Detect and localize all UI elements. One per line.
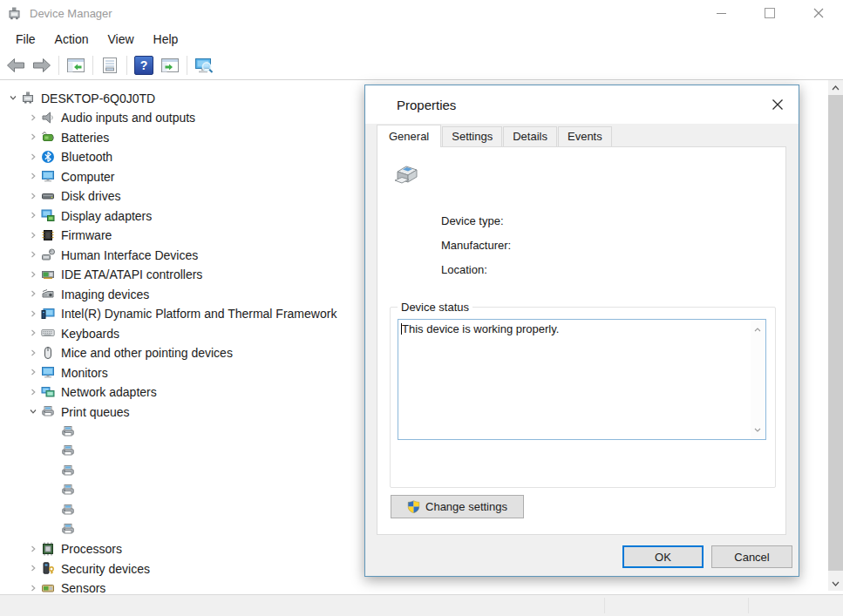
processor-icon [41,542,56,556]
expand-chevron-icon[interactable] [25,130,41,144]
bluetooth-icon [41,150,56,164]
expand-chevron-icon[interactable] [25,228,41,242]
toolbar-separator [58,56,59,75]
tab-events[interactable]: Events [558,126,612,146]
security-icon [41,561,56,575]
show-console-tree-icon [66,57,85,74]
battery-icon [41,130,56,144]
chevron-spacer [45,464,61,477]
mouse-icon [41,346,56,360]
tree-item-sensors[interactable]: Sensors [0,579,827,595]
tree-item-label: IDE ATA/ATAPI controllers [61,267,202,281]
tree-item-label: Network adapters [61,384,157,399]
device-status-textbox[interactable]: This device is working properly. [398,319,766,440]
tree-item-label: DESKTOP-6Q0J0TD [41,91,155,105]
expand-chevron-icon[interactable] [25,247,41,261]
show-console-tree-button[interactable] [63,54,89,78]
location-label: Location: [441,263,487,276]
chevron-spacer [45,424,61,438]
expand-chevron-icon[interactable] [25,150,41,164]
scroll-down-button[interactable] [828,576,843,591]
expand-chevron-icon[interactable] [25,208,41,222]
help-button[interactable]: ? [131,54,157,78]
tree-item-label: Security devices [61,561,150,576]
expand-chevron-icon[interactable] [25,561,41,575]
expand-chevron-icon[interactable] [25,365,41,379]
scrollbar-thumb[interactable] [828,95,843,571]
monitor-icon [41,365,56,379]
toolbar-separator [187,56,187,75]
collapse-chevron-icon[interactable] [25,404,41,418]
tree-item-label: Monitors [61,365,108,380]
printer-icon [61,464,76,477]
manufacturer-label: Manufacturer: [441,239,511,252]
close-button[interactable] [794,0,843,26]
status-bar-divider [604,598,605,613]
printer-icon [61,483,76,497]
expand-chevron-icon[interactable] [25,189,41,203]
window-title: Device Manager [30,7,112,20]
tree-item-label: Computer [61,169,114,184]
action-pane-button[interactable] [157,54,183,78]
chevron-spacer [45,503,61,517]
forward-button[interactable] [29,54,55,78]
scroll-up-button[interactable] [828,80,843,95]
back-button[interactable] [3,54,29,78]
menu-file[interactable]: File [6,29,45,50]
tree-item-label: Human Interface Devices [61,247,198,262]
dialog-close-button[interactable] [765,92,790,117]
tab-general[interactable]: General [377,125,441,147]
expand-chevron-icon[interactable] [25,326,41,340]
status-bar-divider [748,598,749,613]
hid-icon [41,247,56,261]
tree-item-label: Display adapters [61,208,152,223]
computer-icon [21,91,36,105]
scroll-up-icon[interactable] [751,322,765,336]
expand-chevron-icon[interactable] [25,307,41,321]
scan-for-hardware-changes-button[interactable] [191,54,217,78]
tree-item-label: Intel(R) Dynamic Platform and Thermal Fr… [61,306,337,321]
textbox-scrollbar[interactable] [751,321,765,438]
expand-chevron-icon[interactable] [25,287,41,301]
chevron-spacer [45,522,61,536]
expand-chevron-icon[interactable] [25,542,41,556]
expand-chevron-icon[interactable] [25,267,41,281]
menu-bar: File Action View Help [0,26,843,51]
expand-chevron-icon[interactable] [25,346,41,360]
speaker-icon [41,111,56,125]
printer-icon [61,443,76,457]
expand-chevron-icon[interactable] [25,385,41,399]
expand-chevron-icon[interactable] [25,169,41,183]
device-manager-app-icon [7,6,22,21]
tab-details[interactable]: Details [503,126,557,146]
minimize-button[interactable] [697,0,745,26]
vertical-scrollbar[interactable] [828,80,843,591]
menu-view[interactable]: View [98,29,143,50]
tree-item-label: Disk drives [61,188,120,203]
tree-item-label: Imaging devices [61,287,149,301]
printer-device-icon [391,161,421,189]
menu-action[interactable]: Action [45,29,99,50]
change-settings-button[interactable]: Change settings [391,495,524,518]
menu-help[interactable]: Help [144,29,188,50]
close-icon [813,8,824,18]
ok-button[interactable]: OK [622,545,704,568]
expand-chevron-icon[interactable] [25,581,41,594]
properties-pane-button[interactable] [97,54,123,78]
tree-item-label: Batteries [61,130,109,145]
expand-chevron-icon[interactable] [25,111,41,125]
cancel-button[interactable]: Cancel [711,545,792,568]
maximize-button[interactable] [745,0,794,26]
collapse-chevron-icon[interactable] [5,91,21,105]
device-type-label: Device type: [441,214,504,227]
printer-icon [41,404,56,418]
firmware-chip-icon [41,228,56,242]
tab-settings[interactable]: Settings [442,126,502,146]
tree-item-label: Bluetooth [61,149,112,164]
tree-item-label: Audio inputs and outputs [61,110,195,125]
scroll-down-icon[interactable] [751,423,765,437]
minimize-icon [717,13,726,14]
display-adapter-icon [41,208,56,222]
tree-item-label: Keyboards [61,326,119,341]
dialog-tabs: General Settings Details Events [365,124,799,146]
